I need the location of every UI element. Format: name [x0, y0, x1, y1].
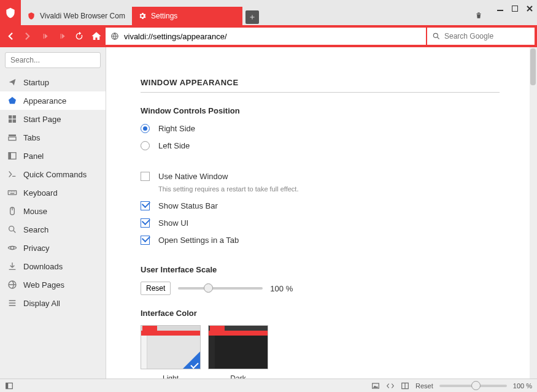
svg-rect-11 [9, 153, 11, 159]
back-button[interactable] [2, 28, 18, 44]
settings-content: WINDOW APPEARANCE Window Controls Positi… [106, 47, 537, 379]
svg-rect-19 [6, 383, 9, 388]
address-bar[interactable] [106, 28, 426, 45]
ui-scale-value: 100 % [270, 284, 293, 293]
sidebar-item-panel[interactable]: Panel [0, 147, 106, 165]
sidebar-item-search[interactable]: Search [0, 220, 106, 239]
settings-sidebar: Startup Appearance Start Page Tabs Panel… [0, 47, 106, 379]
sidebar-item-keyboard[interactable]: Keyboard [0, 183, 106, 202]
sidebar-search-input[interactable] [5, 52, 101, 68]
scrollbar-thumb[interactable] [530, 48, 536, 85]
tab-label: Settings [151, 12, 177, 20]
svg-rect-7 [13, 120, 16, 123]
tiling-icon[interactable] [401, 382, 409, 390]
window-controls [495, 4, 535, 13]
svg-point-15 [9, 226, 14, 231]
svg-rect-6 [9, 120, 12, 123]
slider-knob[interactable] [204, 283, 213, 293]
radio-icon [141, 141, 150, 150]
sidebar-item-appearance[interactable]: Appearance [0, 91, 106, 110]
check-native-window[interactable]: Use Native Window [141, 171, 521, 182]
status-bar: Reset 100 % [0, 379, 537, 392]
tab-strip: Vivaldi Web Browser Com Settings [21, 0, 259, 25]
svg-rect-4 [9, 115, 12, 118]
check-status-bar[interactable]: Show Status Bar [141, 200, 521, 211]
slider-knob[interactable] [471, 381, 481, 390]
ui-scale-reset-button[interactable]: Reset [141, 282, 171, 295]
vivaldi-logo[interactable] [0, 0, 21, 25]
sidebar-item-mouse[interactable]: Mouse [0, 202, 106, 220]
forward-button[interactable] [20, 28, 36, 44]
sidebar-item-tabs[interactable]: Tabs [0, 128, 106, 147]
radio-right-side[interactable]: Right Side [141, 123, 521, 134]
svg-point-3 [433, 33, 438, 37]
panel-toggle-icon[interactable] [5, 382, 14, 390]
title-bar: Vivaldi Web Browser Com Settings [0, 0, 537, 25]
nav-toolbar [0, 25, 537, 47]
site-info-icon[interactable] [110, 32, 119, 40]
radio-left-side[interactable]: Left Side [141, 140, 521, 151]
section-title: WINDOW APPEARANCE [141, 78, 500, 93]
sidebar-item-downloads[interactable]: Downloads [0, 257, 106, 275]
search-input[interactable] [444, 32, 536, 40]
checkbox-icon [141, 218, 150, 228]
checkbox-icon [141, 236, 150, 245]
sidebar-item-displayall[interactable]: Display All [0, 294, 106, 312]
svg-rect-12 [8, 191, 16, 195]
radio-icon [141, 124, 150, 133]
sidebar-item-quickcommands[interactable]: Quick Commands [0, 165, 106, 183]
zoom-reset-button[interactable]: Reset [415, 382, 433, 390]
sidebar-item-privacy[interactable]: Privacy [0, 239, 106, 257]
tab-label: Vivaldi Web Browser Com [40, 12, 125, 20]
svg-rect-8 [9, 134, 16, 136]
url-input[interactable] [124, 32, 421, 41]
minimize-button[interactable] [495, 4, 505, 13]
interface-color-heading: Interface Color [141, 309, 521, 318]
theme-dark[interactable]: Dark [208, 325, 268, 379]
zoom-slider[interactable] [439, 385, 507, 387]
home-button[interactable] [88, 28, 104, 44]
page-actions-icon[interactable] [386, 382, 395, 390]
checkbox-icon [141, 172, 150, 181]
gear-icon [138, 12, 147, 20]
rewind-button[interactable] [37, 28, 53, 44]
sidebar-item-startpage[interactable]: Start Page [0, 110, 106, 128]
check-show-ui[interactable]: Show UI [141, 217, 521, 228]
close-button[interactable] [525, 4, 535, 13]
controls-position-heading: Window Controls Position [141, 106, 521, 115]
ui-scale-slider[interactable] [178, 287, 263, 290]
search-box[interactable] [427, 28, 535, 45]
theme-preview-dark [208, 325, 268, 369]
native-window-hint: This setting requires a restart to take … [158, 185, 521, 193]
search-icon [432, 32, 441, 40]
ui-scale-heading: User Interface Scale [141, 265, 521, 274]
reload-button[interactable] [71, 28, 87, 44]
fastforward-button[interactable] [54, 28, 70, 44]
image-toggle-icon[interactable] [371, 382, 380, 390]
check-settings-tab[interactable]: Open Settings in a Tab [141, 234, 521, 245]
tab-settings[interactable]: Settings [132, 7, 242, 25]
theme-preview-light [141, 325, 201, 369]
svg-rect-5 [13, 115, 16, 118]
theme-light[interactable]: Light [141, 325, 201, 379]
zoom-value: 100 % [513, 382, 532, 390]
svg-rect-9 [9, 137, 16, 140]
checkbox-icon [141, 201, 150, 210]
svg-rect-0 [497, 10, 503, 11]
svg-rect-1 [512, 6, 518, 12]
new-tab-button[interactable] [245, 10, 259, 24]
trash-icon[interactable] [474, 11, 483, 20]
maximize-button[interactable] [510, 4, 520, 13]
tab-vivaldi-community[interactable]: Vivaldi Web Browser Com [21, 7, 131, 25]
globe-icon [27, 12, 36, 20]
sidebar-item-startup[interactable]: Startup [0, 73, 106, 91]
sidebar-item-webpages[interactable]: Web Pages [0, 275, 106, 294]
